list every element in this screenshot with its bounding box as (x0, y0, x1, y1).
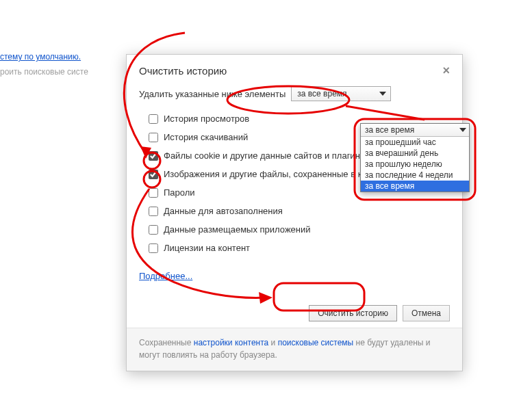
checkbox-label: История скачиваний (164, 132, 248, 142)
dropdown-option[interactable]: за прошлую неделю (361, 159, 469, 170)
cancel-button[interactable]: Отмена (403, 305, 450, 321)
dialog-footer-note: Сохраненные настройки контента и поисков… (127, 328, 462, 371)
dropdown-option[interactable]: за прошедший час (361, 137, 469, 148)
checkbox-row[interactable]: Лицензии на контент (149, 239, 450, 257)
close-icon[interactable]: × (442, 64, 450, 77)
time-range-value: за все время (297, 89, 346, 98)
clear-history-dialog: Очистить историю × Удалить указанные ниж… (126, 54, 463, 371)
checkbox-label: Данные для автозаполнения (164, 206, 283, 216)
clear-history-button[interactable]: Очистить историю (309, 305, 397, 321)
checkbox-label: Лицензии на контент (164, 243, 250, 253)
dialog-title: Очистить историю (139, 65, 227, 77)
background-settings-text: стему по умолчанию. роить поисковые сист… (0, 49, 123, 79)
dialog-buttons: Очистить историю Отмена (309, 305, 450, 321)
chevron-down-icon (379, 92, 386, 96)
dropdown-option[interactable]: за вчерашний день (361, 148, 469, 159)
checkbox-label: Файлы cookie и другие данные сайтов и пл… (164, 150, 370, 161)
checkbox[interactable] (149, 207, 158, 216)
checkbox-label: Пароли (164, 187, 195, 198)
checkbox[interactable] (149, 114, 158, 124)
bg-search-text: роить поисковые систе (0, 67, 88, 77)
checkbox-row[interactable]: Данные размещаемых приложений (149, 220, 450, 239)
dialog-header: Очистить историю × (127, 55, 462, 86)
checkbox[interactable] (149, 225, 158, 235)
content-settings-link[interactable]: настройки контента (194, 338, 269, 347)
dropdown-head-value: за все время (365, 125, 414, 135)
checkbox[interactable] (149, 188, 158, 198)
time-range-dropdown-expanded: за все время за прошедший часза вчерашни… (360, 123, 470, 192)
dropdown-option[interactable]: за последние 4 недели (361, 170, 469, 181)
checkbox[interactable] (149, 151, 158, 161)
checkbox-label: Данные размещаемых приложений (164, 224, 311, 235)
dropdown-head[interactable]: за все время (361, 124, 469, 137)
delete-row: Удалить указанные ниже элементы за все в… (127, 86, 462, 109)
delete-label: Удалить указанные ниже элементы (139, 89, 286, 99)
checkbox-label: История просмотров (164, 114, 249, 124)
time-range-select[interactable]: за все время (291, 86, 391, 101)
checkbox-label: Изображения и другие файлы, сохраненные … (164, 169, 379, 179)
footer-text: Сохраненные (139, 338, 194, 347)
footer-text: и (268, 338, 277, 347)
more-link-row: Подробнее... (127, 260, 462, 288)
search-engines-link[interactable]: поисковые системы (278, 338, 354, 347)
dropdown-option[interactable]: за все время (361, 181, 469, 192)
checkbox-row[interactable]: Данные для автозаполнения (149, 202, 450, 220)
checkbox[interactable] (149, 133, 158, 142)
checkbox[interactable] (149, 170, 158, 179)
chevron-down-icon (459, 128, 466, 132)
checkbox[interactable] (149, 243, 158, 253)
learn-more-link[interactable]: Подробнее... (139, 271, 192, 281)
bg-default-link[interactable]: стему по умолчанию. (0, 52, 81, 62)
